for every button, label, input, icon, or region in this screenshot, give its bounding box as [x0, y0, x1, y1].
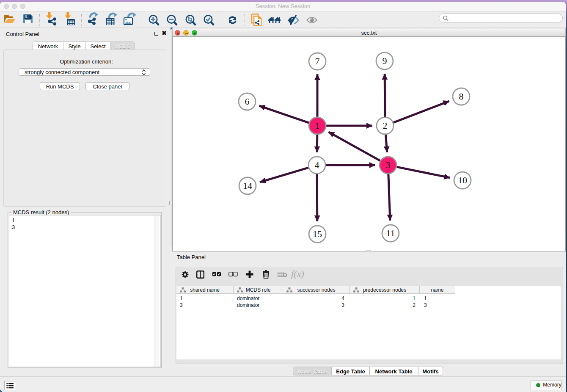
svg-text:3: 3: [386, 160, 391, 170]
svg-text:10: 10: [458, 175, 467, 185]
svg-text:9: 9: [383, 55, 387, 66]
svg-text:4: 4: [315, 160, 319, 170]
svg-text:15: 15: [313, 229, 322, 239]
svg-text:1: 1: [315, 120, 320, 131]
svg-text:2: 2: [383, 120, 388, 131]
svg-text:11: 11: [386, 228, 395, 238]
svg-text:14: 14: [243, 180, 252, 191]
svg-text:8: 8: [459, 91, 464, 102]
svg-text:6: 6: [245, 96, 250, 107]
svg-text:7: 7: [315, 56, 320, 66]
